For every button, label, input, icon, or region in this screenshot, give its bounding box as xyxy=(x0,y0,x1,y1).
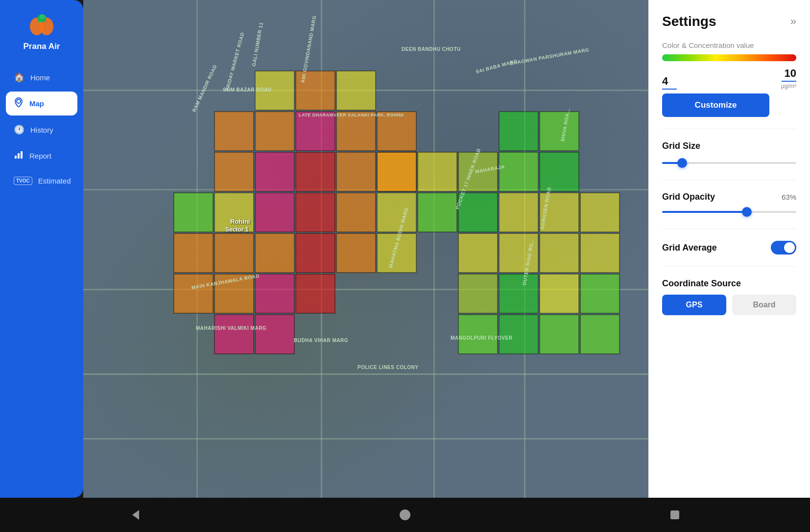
concentration-unit: μg/m³ xyxy=(781,83,796,90)
toggle-knob xyxy=(784,242,795,253)
nav-label-map: Map xyxy=(29,99,44,108)
coordinate-source-title: Coordinate Source xyxy=(662,278,796,289)
logo-area: Prana Air xyxy=(24,12,60,51)
nav-label-history: History xyxy=(30,126,53,134)
report-icon xyxy=(14,150,24,162)
concentration-min[interactable]: 4 xyxy=(662,75,677,90)
settings-chevron-icon[interactable]: » xyxy=(790,15,796,28)
grid-average-title: Grid Average xyxy=(662,243,717,253)
grid-opacity-section: Grid Opacity 63% xyxy=(662,192,796,217)
svg-rect-7 xyxy=(15,156,17,159)
back-button[interactable] xyxy=(128,508,142,522)
concentration-max[interactable]: 10 xyxy=(782,67,796,82)
grid-opacity-row: Grid Opacity 63% xyxy=(662,192,796,202)
grid-average-toggle[interactable] xyxy=(771,241,796,254)
nav-item-estimated[interactable]: TVOC Estimated xyxy=(6,171,77,191)
svg-rect-8 xyxy=(18,153,20,159)
color-gradient-bar xyxy=(662,54,796,61)
grid-size-title: Grid Size xyxy=(662,141,796,151)
nav-items: 🏠 Home Map 🕐 History xyxy=(0,66,83,191)
grid-opacity-title: Grid Opacity xyxy=(662,192,715,202)
grid-size-thumb[interactable] xyxy=(677,158,687,168)
coord-buttons: GPS Board xyxy=(662,295,796,315)
settings-header: Settings » xyxy=(662,14,796,29)
grid-opacity-slider[interactable] xyxy=(662,207,796,217)
coord-board-button[interactable]: Board xyxy=(732,295,796,315)
color-concentration-label: Color & Concentration value xyxy=(662,41,796,49)
logo-icon xyxy=(27,12,56,39)
nav-label-home: Home xyxy=(30,73,50,82)
coord-gps-button[interactable]: GPS xyxy=(662,295,726,315)
grid-opacity-fill xyxy=(662,211,747,213)
divider-3 xyxy=(662,229,796,229)
nav-label-estimated: Estimated xyxy=(38,177,71,185)
bottom-bar xyxy=(0,498,810,532)
settings-panel: Settings » Color & Concentration value 4… xyxy=(648,0,810,498)
grid-size-section: Grid Size xyxy=(662,141,796,168)
divider-2 xyxy=(662,180,796,180)
grid-canvas xyxy=(83,0,648,498)
svg-rect-9 xyxy=(21,151,23,159)
nav-label-report: Report xyxy=(29,152,51,160)
divider-4 xyxy=(662,266,796,267)
nav-item-map[interactable]: Map xyxy=(6,92,77,116)
app-name: Prana Air xyxy=(24,42,60,51)
concentration-max-area: 10 μg/m³ xyxy=(781,67,796,90)
home-circle-icon xyxy=(398,508,412,522)
svg-point-11 xyxy=(400,509,410,520)
svg-point-5 xyxy=(39,14,44,19)
grid-opacity-track xyxy=(662,211,796,213)
grid-opacity-thumb[interactable] xyxy=(742,207,752,217)
settings-title: Settings xyxy=(662,14,716,29)
home-button[interactable] xyxy=(398,508,412,522)
recent-button[interactable] xyxy=(668,508,682,522)
grid-opacity-value: 63% xyxy=(782,193,796,201)
svg-point-6 xyxy=(17,99,21,103)
nav-item-home[interactable]: 🏠 Home xyxy=(6,66,77,89)
svg-marker-10 xyxy=(132,510,139,520)
concentration-values: 4 10 μg/m³ xyxy=(662,67,796,90)
estimated-icon: TVOC xyxy=(14,177,32,185)
nav-item-report[interactable]: Report xyxy=(6,144,77,168)
color-concentration-section: Color & Concentration value 4 10 μg/m³ C… xyxy=(662,41,796,117)
map-container[interactable]: Rohini Sector 1 RAM MANDIR ROAD FRIDAY M… xyxy=(83,0,648,498)
home-icon: 🏠 xyxy=(14,72,24,83)
history-icon: 🕐 xyxy=(14,124,24,135)
svg-rect-12 xyxy=(670,510,679,519)
back-icon xyxy=(128,508,142,522)
customize-button[interactable]: Customize xyxy=(662,93,769,117)
grid-size-track xyxy=(662,162,796,164)
map-icon xyxy=(14,97,24,110)
grid-average-section: Grid Average xyxy=(662,241,796,254)
nav-item-history[interactable]: 🕐 History xyxy=(6,118,77,141)
coordinate-source-section: Coordinate Source GPS Board xyxy=(662,278,796,315)
recent-square-icon xyxy=(668,508,682,522)
divider-1 xyxy=(662,129,796,129)
grid-size-slider[interactable] xyxy=(662,158,796,168)
sidebar: Prana Air 🏠 Home Map 🕐 History xyxy=(0,0,83,498)
